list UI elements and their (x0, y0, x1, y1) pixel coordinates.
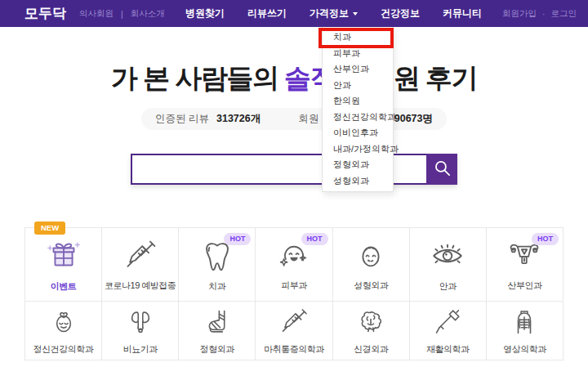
nav-company-intro[interactable]: 회사소개 (131, 8, 165, 20)
hot-badge: HOT (301, 233, 328, 245)
nav-community[interactable]: 커뮤니티 (443, 7, 482, 20)
category-psychiatry[interactable]: 정신건강의학과 (25, 302, 101, 360)
dropdown-item-plastic-surgery[interactable]: 성형외과 (323, 173, 393, 190)
chevron-down-icon (353, 12, 358, 16)
dropdown-item-orthopedics[interactable]: 정형외과 (323, 157, 393, 173)
title-prefix: 가 본 사람들의 (111, 63, 284, 93)
xray-icon (509, 307, 540, 341)
dropdown-item-oriental[interactable]: 한의원 (323, 93, 393, 110)
syringe-icon (278, 307, 310, 341)
category-radiology[interactable]: 영상의학과 (487, 302, 563, 360)
stat-verified-reviews: 인증된 리뷰 313726개 (155, 112, 261, 126)
nav-price-info[interactable]: 가격정보 (310, 7, 358, 20)
login-link[interactable]: 로그인 (551, 8, 577, 20)
category-covid-vaccine[interactable]: 코로나19 예방접종 (102, 228, 178, 301)
nav-write-review[interactable]: 리뷰쓰기 (247, 7, 287, 20)
category-grid: NEW 이벤트 코로나19 예방접종 HOT 치과 HOT 피부과 성형외과 안… (24, 227, 564, 360)
top-navbar: 모두닥 의사회원 | 회사소개 병원찾기 리뷰쓰기 가격정보 건강정보 커뮤니티… (0, 0, 588, 27)
search-bar (131, 154, 457, 185)
price-info-dropdown-menu: 치과 피부과 산부인과 안과 한의원 정신건강의학과 이비인후과 내과/가정의학… (322, 27, 394, 192)
crutch-icon (432, 307, 463, 341)
category-event[interactable]: NEW 이벤트 (25, 228, 101, 301)
signup-link[interactable]: 회원가입 (502, 8, 537, 20)
hot-badge: HOT (224, 233, 251, 245)
auth-separator: · (542, 9, 546, 19)
auth-links: 회원가입 · 로그인 (502, 8, 577, 20)
new-badge: NEW (34, 222, 65, 235)
eye-icon (429, 237, 466, 278)
page-title: 가 본 사람들의 솔직한 병원 후기 (0, 60, 588, 97)
nav-health-info[interactable]: 건강정보 (381, 7, 420, 20)
category-dental[interactable]: HOT 치과 (179, 228, 255, 301)
main-nav: 병원찾기 리뷰쓰기 가격정보 건강정보 커뮤니티 (185, 7, 482, 20)
category-urology[interactable]: 비뇨기과 (102, 302, 178, 360)
syringe-icon (122, 238, 158, 277)
category-obgyn[interactable]: HOT 산부인과 (487, 228, 563, 301)
category-neurosurgery[interactable]: 신경외과 (333, 302, 409, 360)
secondary-nav: 의사회원 | 회사소개 (79, 8, 165, 20)
stats-bar: 인증된 리뷰 313726개 회원 수 872 90673명 (141, 108, 447, 130)
dropdown-item-dental[interactable]: 치과 (323, 29, 393, 46)
logo[interactable]: 모두닥 (24, 4, 66, 23)
dropdown-item-obgyn[interactable]: 산부인과 (323, 61, 393, 78)
nav-doctor-member[interactable]: 의사회원 (79, 8, 114, 20)
brain-icon (355, 307, 386, 341)
kidneys-icon (125, 307, 156, 341)
face-dashed-icon (353, 238, 389, 277)
face-heart-icon (48, 307, 79, 341)
category-dermatology[interactable]: HOT 피부과 (256, 228, 332, 301)
category-anesthesiology[interactable]: 마취통증의학과 (256, 302, 332, 360)
search-button[interactable] (426, 154, 457, 185)
dropdown-item-dermatology[interactable]: 피부과 (323, 46, 393, 62)
dropdown-item-psychiatry[interactable]: 정신건강의학과 (323, 110, 393, 126)
nav-find-hospital[interactable]: 병원찾기 (185, 7, 225, 20)
dropdown-item-internal-medicine[interactable]: 내과/가정의학과 (323, 141, 393, 158)
category-orthopedics[interactable]: 정형외과 (179, 302, 255, 360)
gift-icon (45, 237, 82, 278)
category-rehabilitation[interactable]: 재활의학과 (410, 302, 486, 360)
leg-cast-icon (202, 307, 233, 341)
search-icon (432, 158, 452, 181)
stat-count: 90673명 (394, 112, 433, 126)
hot-badge: HOT (532, 233, 559, 245)
dropdown-item-ophthalmology[interactable]: 안과 (323, 78, 393, 94)
category-ophthalmology[interactable]: 안과 (410, 228, 486, 301)
nav-separator: | (121, 9, 123, 19)
category-plastic-surgery[interactable]: 성형외과 (333, 228, 409, 301)
dropdown-item-ent[interactable]: 이비인후과 (323, 125, 393, 141)
